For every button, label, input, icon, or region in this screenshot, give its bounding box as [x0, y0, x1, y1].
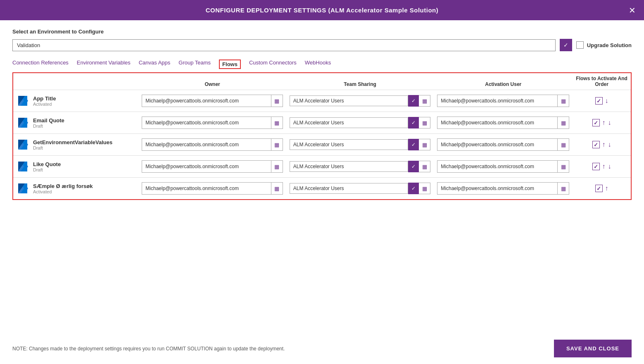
team-select-arrow[interactable]: ✓ — [408, 95, 419, 107]
owner-input[interactable] — [142, 162, 271, 171]
table-row: Email Quote Draft ▦ ALM Accelerator User… — [13, 112, 631, 134]
activation-user-cell: ▦ — [434, 178, 573, 200]
team-select-arrow[interactable]: ✓ — [408, 117, 419, 128]
team-select[interactable]: ALM Accelerator Users — [290, 161, 409, 172]
team-copy-btn[interactable]: ▦ — [419, 183, 430, 194]
activation-copy-btn[interactable]: ▦ — [557, 95, 569, 107]
env-select-row: Validation ✓ Upgrade Solution — [12, 39, 632, 51]
flow-name: Like Quote — [33, 161, 61, 167]
activation-user-input[interactable] — [437, 140, 557, 150]
team-copy-btn[interactable]: ▦ — [419, 117, 430, 128]
activation-user-cell: ▦ — [434, 112, 573, 134]
flows-table: Owner Team Sharing Activation User Flows… — [13, 73, 631, 199]
flow-name: Email Quote — [33, 117, 64, 124]
flow-status: Activated — [33, 189, 93, 194]
activation-input-wrap: ▦ — [437, 182, 569, 195]
team-select[interactable]: ALM Accelerator Users — [290, 139, 409, 150]
activation-user-input[interactable] — [437, 162, 557, 171]
table-row: Like Quote Draft ▦ ALM Accelerator Users… — [13, 156, 631, 178]
activation-user-input[interactable] — [437, 96, 557, 106]
owner-copy-btn[interactable]: ▦ — [271, 183, 283, 194]
close-button[interactable]: ✕ — [629, 6, 636, 14]
team-sharing-cell: ALM Accelerator Users ✓ ▦ — [286, 90, 434, 112]
owner-input[interactable] — [142, 118, 271, 128]
tab-environment-variables[interactable]: Environment Variables — [77, 59, 131, 69]
activate-checkbox[interactable] — [592, 163, 600, 170]
move-down-btn[interactable]: ↓ — [608, 163, 611, 170]
activation-copy-btn[interactable]: ▦ — [557, 117, 569, 128]
activation-copy-btn[interactable]: ▦ — [557, 161, 569, 172]
flow-name: GetEnvironmentVariableValues — [33, 139, 112, 145]
owner-copy-btn[interactable]: ▦ — [271, 161, 283, 172]
flow-icon — [17, 160, 30, 173]
team-select[interactable]: ALM Accelerator Users — [290, 117, 409, 128]
owner-input-wrap: ▦ — [142, 182, 283, 195]
footer-area: NOTE: Changes made to the deployment set… — [0, 333, 644, 364]
flow-status: Activated — [33, 102, 56, 107]
activation-user-input[interactable] — [437, 118, 557, 128]
team-copy-btn[interactable]: ▦ — [419, 139, 430, 150]
tab-webhooks[interactable]: WebHooks — [305, 59, 331, 69]
move-down-btn[interactable]: ↓ — [605, 98, 608, 104]
flow-icon — [17, 182, 30, 195]
activation-input-wrap: ▦ — [437, 160, 569, 173]
activation-user-cell: ▦ — [434, 156, 573, 178]
activate-checkbox[interactable] — [595, 97, 603, 105]
tab-custom-connectors[interactable]: Custom Connectors — [249, 59, 297, 69]
activate-checkbox[interactable] — [592, 119, 600, 126]
col-header-name — [13, 73, 138, 90]
upgrade-solution-label: Upgrade Solution — [587, 42, 632, 48]
team-select-arrow[interactable]: ✓ — [408, 183, 419, 194]
env-dropdown-arrow[interactable]: ✓ — [560, 39, 572, 51]
owner-copy-btn[interactable]: ▦ — [271, 117, 283, 128]
tab-flows[interactable]: Flows — [219, 59, 241, 69]
owner-copy-btn[interactable]: ▦ — [271, 139, 283, 150]
flow-icon — [17, 138, 30, 151]
owner-input[interactable] — [142, 183, 271, 193]
order-cell: ↑ ↓ — [573, 156, 631, 178]
col-header-team: Team Sharing — [286, 73, 434, 90]
activate-checkbox[interactable] — [592, 141, 600, 148]
tab-canvas-apps[interactable]: Canvas Apps — [139, 59, 171, 69]
team-select-arrow[interactable]: ✓ — [408, 139, 419, 150]
env-dropdown-value: Validation — [17, 42, 40, 48]
owner-input[interactable] — [142, 140, 271, 150]
team-select[interactable]: ALM Accelerator Users — [290, 183, 409, 194]
col-header-activation: Activation User — [434, 73, 573, 90]
move-up-btn[interactable]: ↑ — [605, 185, 608, 192]
team-sharing-cell: ALM Accelerator Users ✓ ▦ — [286, 134, 434, 156]
flow-icon — [17, 116, 30, 129]
footer-note: NOTE: Changes made to the deployment set… — [12, 346, 285, 352]
activation-user-input[interactable] — [437, 183, 557, 193]
activation-user-cell: ▦ — [434, 90, 573, 112]
move-down-btn[interactable]: ↓ — [608, 141, 611, 148]
tab-connection-references[interactable]: Connection References — [12, 59, 69, 69]
move-down-btn[interactable]: ↓ — [608, 119, 611, 126]
tab-group-teams[interactable]: Group Teams — [178, 59, 211, 69]
team-select-value: ALM Accelerator Users — [293, 186, 344, 191]
environment-dropdown[interactable]: Validation — [12, 39, 556, 51]
upgrade-solution-checkbox[interactable] — [576, 41, 584, 49]
activation-copy-btn[interactable]: ▦ — [557, 139, 569, 150]
owner-input[interactable] — [142, 96, 271, 106]
flows-table-container: Owner Team Sharing Activation User Flows… — [12, 72, 632, 200]
team-sharing-cell: ALM Accelerator Users ✓ ▦ — [286, 112, 434, 134]
team-sharing-cell: ALM Accelerator Users ✓ ▦ — [286, 178, 434, 200]
save-close-button[interactable]: SAVE AND CLOSE — [554, 340, 632, 357]
activation-copy-btn[interactable]: ▦ — [557, 183, 569, 194]
activate-checkbox[interactable] — [595, 185, 603, 192]
move-up-btn[interactable]: ↑ — [602, 163, 606, 170]
team-copy-btn[interactable]: ▦ — [419, 161, 430, 172]
move-up-btn[interactable]: ↑ — [602, 119, 606, 126]
order-cell: ↑ — [573, 178, 631, 200]
owner-cell: ▦ — [138, 178, 286, 200]
table-row: App Title Activated ▦ ALM Accelerator Us… — [13, 90, 631, 112]
team-copy-btn[interactable]: ▦ — [419, 95, 430, 107]
team-sharing-cell: ALM Accelerator Users ✓ ▦ — [286, 156, 434, 178]
env-section-label: Select an Environment to Configure — [12, 29, 632, 35]
team-select[interactable]: ALM Accelerator Users — [290, 95, 409, 106]
flow-status: Draft — [33, 145, 112, 150]
owner-copy-btn[interactable]: ▦ — [271, 95, 283, 107]
move-up-btn[interactable]: ↑ — [602, 141, 606, 148]
team-select-arrow[interactable]: ✓ — [408, 161, 419, 172]
